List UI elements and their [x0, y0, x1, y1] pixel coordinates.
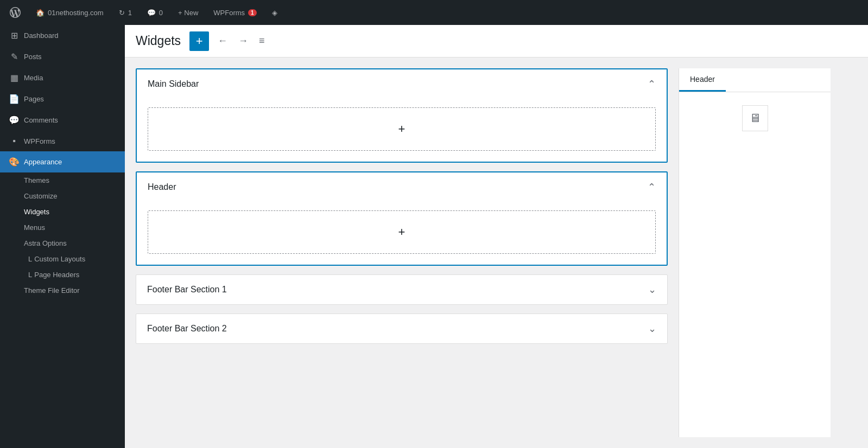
panel-footer-bar-section-2: Footer Bar Section 2 ⌄ — [136, 313, 668, 344]
sidebar-item-page-headers[interactable]: L Page Headers — [0, 267, 125, 283]
sidebar-item-wpforms-label: WPForms — [24, 137, 55, 145]
posts-icon: ✎ — [9, 52, 20, 62]
sidebar-item-pages[interactable]: 📄 Pages — [0, 88, 125, 110]
dashboard-icon: ⊞ — [9, 30, 20, 41]
new-label: + New — [178, 9, 198, 17]
sidebar-item-menus[interactable]: Menus — [0, 220, 125, 235]
sidebar-item-comments-label: Comments — [24, 116, 58, 124]
panel-header-add-area[interactable]: + — [148, 210, 656, 254]
indent-prefix-custom-layouts: L — [28, 255, 32, 263]
panel-footer-bar-section-2-title: Footer Bar Section 2 — [147, 324, 227, 334]
comments-icon: 💬 — [147, 9, 156, 17]
menu-button[interactable]: ≡ — [257, 33, 267, 49]
right-panel: Header 🖥 — [679, 68, 831, 437]
sidebar-item-dashboard[interactable]: ⊞ Dashboard — [0, 25, 125, 46]
widget-display-icon: 🖥 — [749, 111, 761, 125]
site-name: 01nethosting.com — [48, 9, 104, 17]
sidebar-item-media[interactable]: ▦ Media — [0, 67, 125, 88]
sidebar-item-theme-file-editor[interactable]: Theme File Editor — [0, 283, 125, 298]
site-name-button[interactable]: 🏠 01nethosting.com — [33, 0, 107, 25]
sidebar-item-comments[interactable]: 💬 Comments — [0, 110, 125, 131]
page-title: Widgets — [136, 34, 181, 48]
sidebar-item-dashboard-label: Dashboard — [24, 31, 59, 40]
new-button[interactable]: + New — [175, 0, 201, 25]
sidebar-item-media-label: Media — [24, 74, 43, 82]
add-widget-button[interactable]: + — [189, 31, 209, 51]
sidebar-item-appearance[interactable]: 🎨 Appearance — [0, 151, 125, 172]
right-panel-tabs: Header — [679, 68, 831, 92]
sidebar-item-custom-layouts-label: Custom Layouts — [34, 255, 85, 263]
sidebar-item-wpforms[interactable]: ▪ WPForms — [0, 131, 125, 151]
sidebar-item-posts-label: Posts — [24, 53, 42, 61]
panel-main-sidebar-header[interactable]: Main Sidebar ⌃ — [137, 69, 667, 99]
pages-icon: 📄 — [9, 94, 20, 104]
panel-header: Header ⌃ + — [136, 171, 668, 266]
sidebar-item-menus-label: Menus — [24, 223, 45, 232]
sidebar-item-widgets[interactable]: Widgets — [0, 204, 125, 220]
updates-count: 1 — [128, 9, 132, 17]
sidebar-item-custom-layouts[interactable]: L Custom Layouts — [0, 251, 125, 267]
redo-button[interactable]: → — [236, 33, 250, 49]
wpforms-badge: 1 — [248, 9, 257, 16]
panel-footer-bar-section-1-title: Footer Bar Section 1 — [147, 285, 227, 295]
indent-prefix-page-headers: L — [28, 271, 32, 279]
media-icon: ▦ — [9, 73, 20, 83]
sidebar-item-page-headers-label: Page Headers — [34, 271, 79, 279]
panel-header-collapse-icon[interactable]: ⌃ — [648, 181, 656, 193]
sidebar-item-customize[interactable]: Customize — [0, 188, 125, 204]
right-panel-widget-icon: 🖥 — [742, 105, 768, 131]
sidebar-item-widgets-label: Widgets — [24, 208, 49, 216]
wpforms-button[interactable]: WPForms 1 — [210, 0, 259, 25]
sidebar-item-pages-label: Pages — [24, 95, 44, 103]
wpforms-label: WPForms — [213, 9, 245, 17]
sidebar-item-posts[interactable]: ✎ Posts — [0, 46, 125, 67]
admin-bar: 🏠 01nethosting.com ↻ 1 💬 0 + New WPForms… — [0, 0, 868, 25]
panel-main-sidebar-title: Main Sidebar — [148, 79, 199, 89]
widget-panels: Main Sidebar ⌃ + Header ⌃ — [136, 68, 668, 437]
home-icon: 🏠 — [36, 9, 45, 17]
sidebar: ⊞ Dashboard ✎ Posts ▦ Media 📄 Pages 💬 Co… — [0, 25, 125, 448]
panel-header-title: Header — [148, 182, 176, 192]
sidebar-item-astra-options[interactable]: Astra Options — [0, 235, 125, 251]
appearance-icon: 🎨 — [9, 157, 20, 167]
sidebar-item-appearance-label: Appearance — [24, 158, 62, 166]
widget-content: Main Sidebar ⌃ + Header ⌃ — [125, 57, 868, 448]
panel-main-sidebar-add-area[interactable]: + — [148, 107, 656, 151]
panel-main-sidebar-body: + — [137, 99, 667, 162]
panel-header-body: + — [137, 202, 667, 265]
main-sidebar-add-icon: + — [398, 122, 406, 136]
right-panel-body: 🖥 — [679, 92, 831, 140]
sidebar-item-theme-file-editor-label: Theme File Editor — [24, 286, 80, 295]
sidebar-item-astra-options-label: Astra Options — [24, 239, 67, 247]
updates-button[interactable]: ↻ 1 — [116, 0, 135, 25]
tab-header[interactable]: Header — [679, 68, 726, 92]
panel-main-sidebar-collapse-icon[interactable]: ⌃ — [648, 78, 656, 90]
diamond-button[interactable]: ◈ — [269, 0, 281, 25]
sidebar-item-customize-label: Customize — [24, 192, 57, 200]
header-add-icon: + — [398, 225, 406, 239]
panel-header-header[interactable]: Header ⌃ — [137, 172, 667, 202]
main-layout: ⊞ Dashboard ✎ Posts ▦ Media 📄 Pages 💬 Co… — [0, 25, 868, 448]
comments-count: 0 — [159, 9, 163, 17]
sidebar-item-themes[interactable]: Themes — [0, 172, 125, 188]
panel-footer-bar-section-2-header[interactable]: Footer Bar Section 2 ⌄ — [136, 314, 667, 343]
widget-header: Widgets + ← → ≡ — [125, 25, 868, 57]
wpforms-sidebar-icon: ▪ — [9, 136, 20, 146]
wp-logo-button[interactable] — [7, 0, 24, 25]
undo-button[interactable]: ← — [216, 33, 230, 49]
diamond-icon: ◈ — [272, 9, 277, 17]
content-area: Widgets + ← → ≡ Main Sidebar ⌃ + — [125, 25, 868, 448]
comments-button[interactable]: 💬 0 — [144, 0, 166, 25]
comments-sidebar-icon: 💬 — [9, 115, 20, 125]
sidebar-item-themes-label: Themes — [24, 176, 49, 184]
panel-footer-bar-section-1-expand-icon[interactable]: ⌄ — [648, 284, 656, 296]
panel-footer-bar-section-1: Footer Bar Section 1 ⌄ — [136, 274, 668, 305]
updates-icon: ↻ — [119, 9, 125, 17]
panel-main-sidebar: Main Sidebar ⌃ + — [136, 68, 668, 163]
panel-footer-bar-section-2-expand-icon[interactable]: ⌄ — [648, 323, 656, 335]
panel-footer-bar-section-1-header[interactable]: Footer Bar Section 1 ⌄ — [136, 275, 667, 304]
